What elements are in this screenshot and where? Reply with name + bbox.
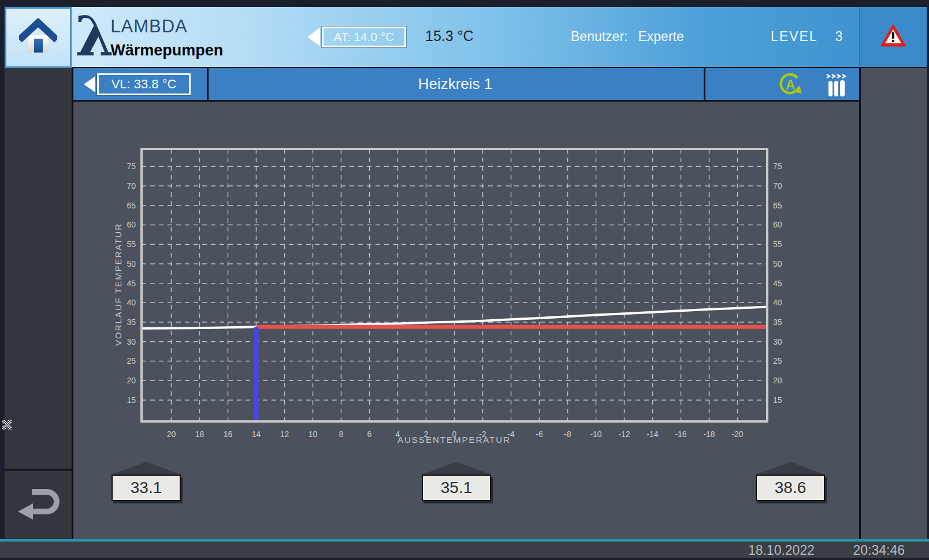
svg-text:25: 25: [773, 356, 782, 365]
svg-text:-20: -20: [731, 430, 743, 439]
svg-text:A: A: [786, 77, 796, 92]
svg-text:45: 45: [127, 279, 136, 288]
svg-text:65: 65: [773, 201, 782, 210]
level-label: LEVEL: [771, 29, 818, 44]
heating-curve-chart: 20181614121086420-2-4-6-8-10-12-14-16-18…: [107, 144, 815, 450]
content-panel: VL: 33.8 °C Heizkreis 1 A: [73, 68, 927, 539]
y-axis-title: VORLAUF TEMPERATUR: [113, 158, 123, 412]
svg-text:20: 20: [167, 430, 176, 439]
svg-text:15: 15: [773, 395, 782, 405]
up-arrow-icon: [756, 462, 825, 475]
hmi-screen: λ LAMBDA Wärmepumpen AT: 14.0 °C 15.3 °C…: [0, 0, 929, 560]
setpoint-value-box[interactable]: 38.6: [756, 475, 825, 501]
setpoint-value-box[interactable]: 35.1: [422, 475, 491, 501]
content-right-divider: [859, 68, 861, 539]
logo-line1: LAMBDA: [110, 16, 223, 37]
date-display: 18.10.2022: [740, 543, 815, 558]
header: λ LAMBDA Wärmepumpen AT: 14.0 °C 15.3 °C…: [5, 7, 927, 68]
svg-text:50: 50: [773, 259, 782, 268]
svg-text:60: 60: [127, 220, 136, 229]
svg-text:50: 50: [127, 259, 136, 268]
setpoint-cold-end[interactable]: 38.6: [756, 462, 825, 501]
heizkreis-bar: VL: 33.8 °C Heizkreis 1 A: [73, 68, 859, 102]
warning-icon: [880, 24, 906, 50]
setpoint-value-box[interactable]: 33.1: [112, 475, 181, 501]
auto-mode-icon: A: [778, 90, 803, 100]
at-value-box: AT: 14.0 °C: [322, 27, 406, 47]
up-arrow-icon: [112, 462, 181, 475]
svg-text:10: 10: [309, 430, 318, 439]
outdoor-temp-nav[interactable]: AT: 14.0 °C: [307, 27, 406, 47]
svg-text:40: 40: [127, 298, 136, 307]
svg-text:35: 35: [773, 318, 782, 327]
logo-line2: Wärmepumpen: [110, 42, 223, 59]
flow-temp-nav[interactable]: VL: 33.8 °C: [84, 73, 191, 95]
svg-text:18: 18: [195, 430, 205, 439]
svg-text:25: 25: [127, 356, 136, 365]
svg-text:12: 12: [280, 430, 289, 439]
svg-text:-16: -16: [675, 430, 686, 439]
svg-text:16: 16: [224, 430, 233, 439]
house-icon: [19, 18, 57, 57]
back-button[interactable]: [13, 484, 64, 525]
alarm-button[interactable]: [859, 7, 927, 68]
time-display: 20:34:46: [847, 543, 905, 558]
outdoor-temp-display: 15.3 °C: [425, 28, 474, 44]
lambda-glyph: λ: [75, 7, 114, 66]
return-arrow-icon: [14, 486, 62, 523]
svg-text:35: 35: [127, 318, 136, 327]
x-axis-title: AUSSENTEMPERATUR: [339, 435, 570, 445]
up-arrow-icon: [422, 462, 491, 475]
svg-text:30: 30: [773, 337, 782, 346]
left-arrow-icon: [307, 28, 320, 46]
svg-text:20: 20: [127, 376, 136, 385]
sidebar: [5, 68, 73, 539]
user-display: Benutzer: Experte: [571, 29, 684, 44]
svg-text:15: 15: [127, 395, 136, 405]
user-value: Experte: [638, 29, 683, 44]
svg-text:-14: -14: [646, 430, 658, 439]
header-main: λ LAMBDA Wärmepumpen AT: 14.0 °C 15.3 °C…: [72, 7, 859, 68]
user-label: Benutzer:: [571, 29, 627, 44]
bar-divider: [704, 68, 705, 100]
svg-text:-18: -18: [703, 430, 715, 439]
setpoint-middle[interactable]: 35.1: [422, 462, 491, 501]
svg-text:60: 60: [773, 220, 782, 229]
heating-circuit-button[interactable]: [825, 73, 848, 100]
svg-text:-10: -10: [590, 430, 601, 439]
lambda-logo: λ LAMBDA Wärmepumpen: [75, 7, 223, 66]
svg-text:70: 70: [127, 181, 136, 191]
radiator-icon: [825, 89, 848, 99]
page-title: Heizkreis 1: [207, 68, 704, 100]
home-button[interactable]: [5, 7, 72, 68]
svg-text:70: 70: [773, 181, 782, 191]
svg-text:65: 65: [127, 201, 136, 210]
level-value: 3: [835, 29, 844, 44]
svg-text:55: 55: [127, 240, 136, 249]
svg-text:75: 75: [773, 162, 782, 171]
svg-text:45: 45: [773, 279, 782, 288]
svg-text:20: 20: [773, 376, 782, 385]
sidebar-divider: [5, 469, 72, 471]
svg-text:-12: -12: [618, 430, 630, 439]
svg-text:40: 40: [773, 298, 782, 307]
svg-text:14: 14: [252, 430, 261, 439]
vl-value-box: VL: 33.8 °C: [97, 73, 191, 95]
auto-mode-button[interactable]: A: [778, 73, 803, 100]
status-bar: 18.10.2022 20:34:46: [0, 539, 929, 558]
setpoint-warm-end[interactable]: 33.1: [112, 462, 181, 501]
svg-text:55: 55: [773, 240, 782, 249]
svg-text:75: 75: [127, 162, 136, 171]
left-arrow-icon: [84, 76, 95, 92]
level-display: LEVEL 3: [771, 29, 843, 44]
svg-text:30: 30: [127, 337, 136, 346]
